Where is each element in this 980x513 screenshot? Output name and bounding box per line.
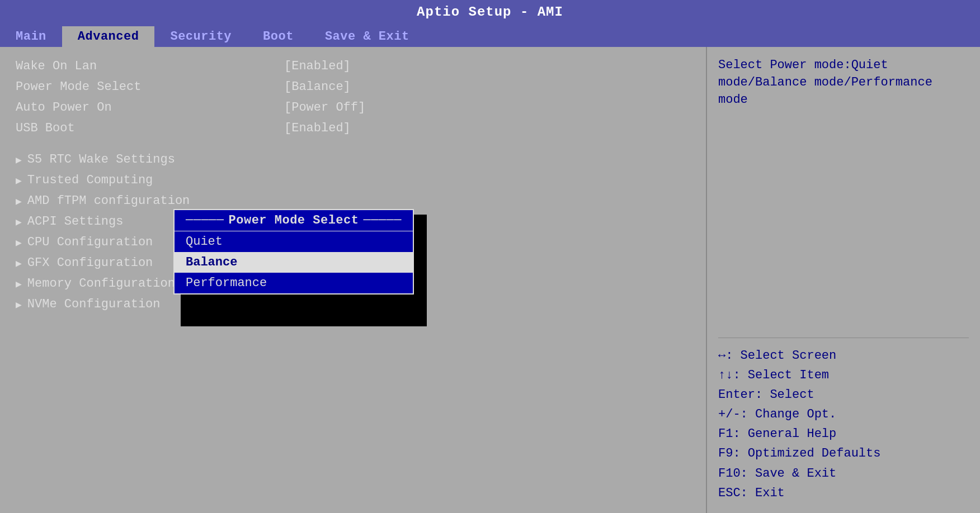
key-hints: ↔: Select Screen↑↓: Select ItemEnter: Se…: [718, 338, 969, 504]
setting-value: [Enabled]: [284, 59, 351, 73]
submenu-row[interactable]: ▶NVMe Configuration: [16, 296, 690, 313]
popup-title: Power Mode Select: [175, 210, 413, 231]
key-hint: ↑↓: Select Item: [718, 365, 969, 385]
help-text: Select Power mode:Quiet mode/Balance mod…: [718, 57, 969, 338]
submenu-label: Trusted Computing: [27, 173, 153, 187]
setting-row[interactable]: Wake On Lan[Enabled]: [16, 57, 690, 75]
nav-tab-security[interactable]: Security: [154, 26, 247, 47]
app-title: Aptio Setup - AMI: [417, 4, 563, 20]
submenu-arrow-icon: ▶: [16, 216, 22, 228]
key-hint: ↔: Select Screen: [718, 346, 969, 365]
submenu-label: CPU Configuration: [27, 235, 153, 249]
help-content: Select Power mode:Quiet mode/Balance mod…: [718, 58, 932, 107]
submenu-label: Memory Configuration: [27, 277, 175, 291]
popup-option[interactable]: Quiet: [175, 231, 413, 252]
submenu-label: ACPI Settings: [27, 215, 124, 229]
key-hint: F9: Optimized Defaults: [718, 444, 969, 463]
setting-label: USB Boot: [16, 121, 284, 135]
nav-tab-boot[interactable]: Boot: [247, 26, 309, 47]
popup-options: QuietBalancePerformance: [175, 231, 413, 293]
submenu-arrow-icon: ▶: [16, 154, 22, 166]
submenu-arrow-icon: ▶: [16, 298, 22, 311]
setting-value: [Power Off]: [284, 101, 365, 115]
submenu-arrow-icon: ▶: [16, 195, 22, 207]
right-panel: Select Power mode:Quiet mode/Balance mod…: [706, 47, 980, 513]
submenu-label: S5 RTC Wake Settings: [27, 153, 175, 167]
submenu-label: AMD fTPM configuration: [27, 194, 190, 208]
setting-label: Auto Power On: [16, 101, 284, 115]
popup-modal[interactable]: Power Mode Select QuietBalancePerformanc…: [173, 209, 414, 294]
main-content: Wake On Lan[Enabled]Power Mode Select[Ba…: [0, 47, 980, 513]
submenu-arrow-icon: ▶: [16, 257, 22, 269]
submenu-row[interactable]: ▶Trusted Computing: [16, 172, 690, 189]
popup-option[interactable]: Balance: [175, 252, 413, 273]
key-hint: Enter: Select: [718, 385, 969, 405]
submenu-row[interactable]: ▶S5 RTC Wake Settings: [16, 151, 690, 168]
popup-title-text: Power Mode Select: [229, 213, 359, 227]
key-hint: +/-: Change Opt.: [718, 405, 969, 424]
submenu-arrow-icon: ▶: [16, 174, 22, 187]
submenu-arrow-icon: ▶: [16, 236, 22, 249]
submenu-label: GFX Configuration: [27, 256, 153, 270]
setting-value: [Balance]: [284, 80, 351, 94]
nav-tab-main[interactable]: Main: [0, 26, 62, 47]
left-panel: Wake On Lan[Enabled]Power Mode Select[Ba…: [0, 47, 706, 513]
submenu-row[interactable]: ▶AMD fTPM configuration: [16, 192, 690, 210]
setting-value: [Enabled]: [284, 121, 351, 135]
setting-row[interactable]: USB Boot[Enabled]: [16, 119, 690, 137]
setting-label: Wake On Lan: [16, 59, 284, 73]
key-hint: ESC: Exit: [718, 483, 969, 503]
key-hint: F1: General Help: [718, 424, 969, 444]
setting-row[interactable]: Power Mode Select[Balance]: [16, 78, 690, 96]
title-bar: Aptio Setup - AMI: [0, 0, 980, 24]
settings-list: Wake On Lan[Enabled]Power Mode Select[Ba…: [16, 57, 690, 137]
submenu-label: NVMe Configuration: [27, 297, 161, 311]
key-hint: F10: Save & Exit: [718, 464, 969, 483]
setting-label: Power Mode Select: [16, 80, 284, 94]
setting-row[interactable]: Auto Power On[Power Off]: [16, 98, 690, 117]
submenu-arrow-icon: ▶: [16, 278, 22, 290]
nav-bar: MainAdvancedSecurityBootSave & Exit: [0, 24, 980, 47]
nav-tab-save-and-exit[interactable]: Save & Exit: [309, 26, 425, 47]
popup-option[interactable]: Performance: [175, 273, 413, 293]
nav-tab-advanced[interactable]: Advanced: [62, 26, 155, 47]
